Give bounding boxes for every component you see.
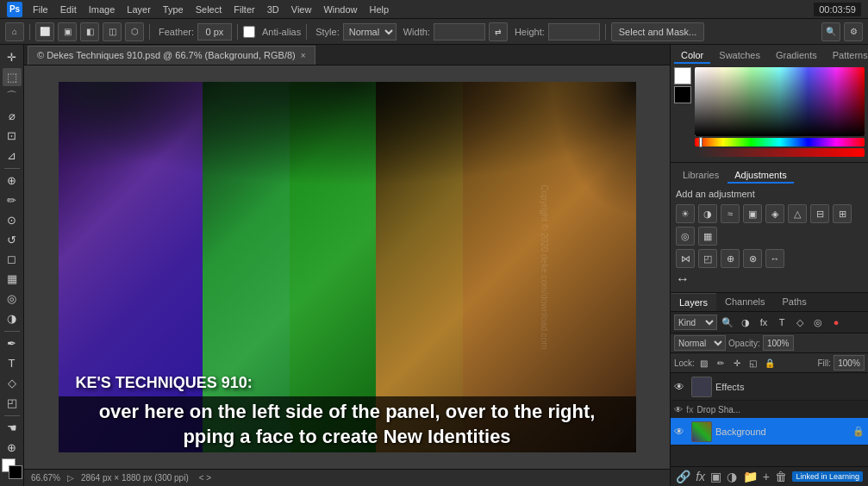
select-rect-btn[interactable]: ⬜ bbox=[35, 22, 54, 41]
adj-channelmix[interactable]: ▦ bbox=[698, 227, 717, 246]
layer-adj-icon[interactable]: ◑ bbox=[738, 315, 753, 330]
adj-exposure[interactable]: ▣ bbox=[743, 204, 762, 223]
arrow-icon[interactable]: ↔ bbox=[676, 271, 690, 287]
lock-transparent[interactable]: ▨ bbox=[697, 356, 711, 370]
menu-layer[interactable]: Layer bbox=[122, 3, 156, 16]
lock-pixels[interactable]: ✏ bbox=[714, 356, 727, 370]
adj-threshold[interactable]: ⊕ bbox=[721, 249, 740, 268]
layer-group-btn[interactable]: 📁 bbox=[743, 470, 758, 483]
menu-window[interactable]: Window bbox=[318, 3, 362, 16]
layer-mask-btn[interactable]: ▣ bbox=[710, 470, 721, 483]
layer-fx-icon[interactable]: fx bbox=[756, 315, 771, 330]
layer-link-btn[interactable]: 🔗 bbox=[676, 470, 690, 483]
home-btn[interactable]: ⌂ bbox=[5, 22, 24, 41]
tab-paths[interactable]: Paths bbox=[774, 293, 815, 311]
adj-hsl[interactable]: △ bbox=[788, 204, 807, 223]
menu-type[interactable]: Type bbox=[158, 3, 189, 16]
zoom-tool[interactable]: ⊕ bbox=[3, 439, 22, 457]
hue-slider[interactable] bbox=[695, 138, 865, 146]
blend-mode-select[interactable]: Normal bbox=[674, 335, 726, 351]
lock-position[interactable]: ✛ bbox=[730, 356, 744, 370]
adj-posterize[interactable]: ◰ bbox=[698, 249, 717, 268]
tab-channels[interactable]: Channels bbox=[716, 293, 773, 311]
tab-gradients[interactable]: Gradients bbox=[769, 48, 824, 64]
marquee-tool[interactable]: ⬚ bbox=[3, 68, 22, 86]
color-picker[interactable] bbox=[695, 67, 865, 136]
crop-tool[interactable]: ⊡ bbox=[3, 127, 22, 145]
select-inter-btn[interactable]: ◫ bbox=[103, 22, 122, 41]
swap-wh-btn[interactable]: ⇄ bbox=[489, 22, 508, 41]
fill-input[interactable] bbox=[834, 355, 865, 371]
canvas-viewport[interactable]: Copyright © 2020 deke.com/download.com K… bbox=[24, 65, 670, 469]
adj-vibrance[interactable]: ◈ bbox=[765, 204, 784, 223]
blur-tool[interactable]: ◎ bbox=[3, 290, 22, 308]
layer-fx-btn[interactable]: fx bbox=[696, 470, 705, 483]
canvas-tab[interactable]: © Dekes Techniques 910.psd @ 66.7% (Back… bbox=[28, 46, 315, 65]
tab-close[interactable]: × bbox=[301, 51, 306, 60]
move-tool[interactable]: ✛ bbox=[3, 48, 22, 66]
alpha-slider[interactable] bbox=[695, 148, 865, 157]
quick-select-tool[interactable]: ⌀ bbox=[3, 107, 22, 125]
anti-alias-checkbox[interactable] bbox=[243, 26, 255, 38]
tab-layers[interactable]: Layers bbox=[671, 293, 716, 311]
menu-file[interactable]: File bbox=[28, 3, 53, 16]
lock-artboards[interactable]: ◱ bbox=[746, 356, 760, 370]
menu-edit[interactable]: Edit bbox=[55, 3, 82, 16]
opacity-input[interactable] bbox=[763, 335, 794, 351]
tab-patterns[interactable]: Patterns bbox=[826, 48, 868, 64]
gradient-tool[interactable]: ▦ bbox=[3, 270, 22, 288]
eraser-tool[interactable]: ◻ bbox=[3, 251, 22, 269]
eyedropper-tool[interactable]: ⊿ bbox=[3, 146, 22, 165]
background-color[interactable] bbox=[9, 465, 22, 479]
layer-vis-bg[interactable]: 👁 bbox=[674, 426, 688, 438]
adj-levels[interactable]: ◑ bbox=[698, 204, 717, 223]
healing-tool[interactable]: ⊕ bbox=[3, 172, 22, 190]
layer-filter-off[interactable]: ● bbox=[828, 315, 844, 330]
layer-vector-icon[interactable]: ◇ bbox=[792, 315, 808, 330]
menu-select[interactable]: Select bbox=[190, 3, 228, 16]
adj-curves[interactable]: ≈ bbox=[721, 204, 740, 223]
clone-tool[interactable]: ⊙ bbox=[3, 211, 22, 229]
search-btn[interactable]: 🔍 bbox=[821, 22, 840, 41]
layer-background[interactable]: 👁 Background 🔒 bbox=[671, 418, 868, 446]
layer-adj-btn[interactable]: ◑ bbox=[727, 470, 737, 483]
tab-libraries[interactable]: Libraries bbox=[676, 168, 726, 184]
fx-vis[interactable]: 👁 bbox=[674, 405, 683, 414]
select-sub-btn[interactable]: ◧ bbox=[80, 22, 99, 41]
select-mask-btn[interactable]: Select and Mask... bbox=[611, 22, 705, 41]
layer-effects[interactable]: 👁 Effects bbox=[671, 373, 868, 401]
path-tool[interactable]: ◇ bbox=[3, 374, 22, 392]
layer-fx-drop-shadow[interactable]: 👁 fx Drop Sha... bbox=[671, 401, 868, 418]
bg-color-swatch[interactable] bbox=[674, 86, 691, 103]
height-input[interactable] bbox=[548, 23, 600, 40]
adj-selective[interactable]: ↔ bbox=[765, 249, 784, 268]
tab-swatches[interactable]: Swatches bbox=[712, 48, 767, 64]
menu-3d[interactable]: 3D bbox=[262, 3, 284, 16]
shape-tool[interactable]: ◰ bbox=[3, 394, 22, 412]
hand-tool[interactable]: ☚ bbox=[3, 420, 22, 438]
tab-color[interactable]: Color bbox=[674, 48, 710, 64]
layer-delete-btn[interactable]: 🗑 bbox=[775, 470, 787, 483]
workspace-btn[interactable]: ⚙ bbox=[844, 22, 863, 41]
adj-invert[interactable]: ⋈ bbox=[676, 249, 695, 268]
brush-tool[interactable]: ✏ bbox=[3, 191, 22, 209]
adj-brightness[interactable]: ☀ bbox=[676, 204, 695, 223]
style-select[interactable]: Normal bbox=[343, 23, 397, 40]
adj-colorbalance[interactable]: ⊟ bbox=[810, 204, 829, 223]
dodge-tool[interactable]: ◑ bbox=[3, 309, 22, 327]
menu-image[interactable]: Image bbox=[84, 3, 121, 16]
adj-gradient-map[interactable]: ⊗ bbox=[743, 249, 762, 268]
select-fill-btn[interactable]: ▣ bbox=[58, 22, 77, 41]
layer-text-icon[interactable]: T bbox=[774, 315, 790, 330]
feather-input[interactable] bbox=[197, 23, 232, 40]
text-tool[interactable]: T bbox=[3, 354, 22, 372]
layers-kind-select[interactable]: Kind bbox=[674, 315, 717, 330]
layer-vis-effects[interactable]: 👁 bbox=[674, 381, 688, 393]
menu-filter[interactable]: Filter bbox=[228, 3, 259, 16]
layer-smart-icon[interactable]: ◎ bbox=[810, 315, 826, 330]
history-tool[interactable]: ↺ bbox=[3, 231, 22, 249]
layer-filter-icon[interactable]: 🔍 bbox=[720, 315, 735, 330]
lasso-tool[interactable]: ⌒ bbox=[3, 88, 22, 106]
tab-adjustments[interactable]: Adjustments bbox=[727, 168, 794, 184]
menu-view[interactable]: View bbox=[286, 3, 317, 16]
